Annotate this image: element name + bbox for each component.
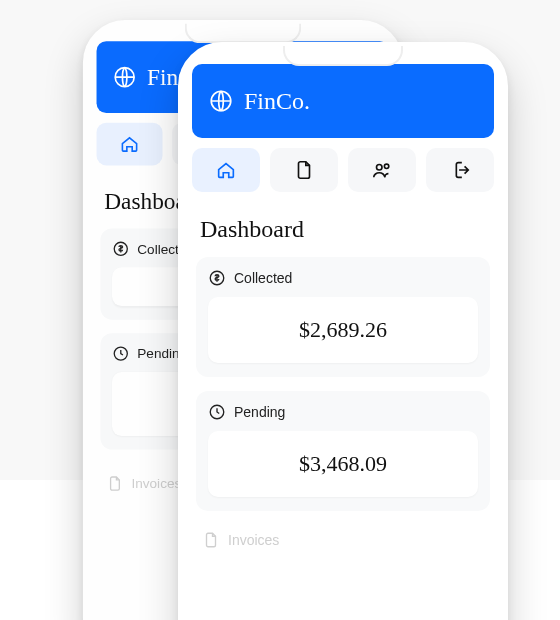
dollar-icon [208, 269, 226, 287]
svg-point-7 [384, 164, 388, 168]
phone-front: FinCo. Dashboard [178, 42, 508, 620]
phone-notch [185, 22, 301, 43]
svg-point-6 [377, 165, 383, 171]
globe-icon [208, 88, 234, 114]
phone-notch [283, 44, 403, 66]
nav-home[interactable] [97, 123, 163, 166]
invoices-row[interactable]: Invoices [196, 525, 490, 555]
home-icon [119, 133, 140, 154]
card-collected-label: Collected [234, 270, 292, 286]
invoices-label: Invoices [228, 532, 279, 548]
card-pending-label: Pending [234, 404, 285, 420]
nav-home[interactable] [192, 148, 260, 192]
clock-icon [208, 403, 226, 421]
navbar [182, 138, 504, 198]
card-pending-amount: $3,468.09 [208, 431, 478, 497]
card-collected-amount: $2,689.26 [208, 297, 478, 363]
clock-icon [112, 345, 129, 362]
brand-name: FinCo. [244, 88, 310, 115]
card-collected: Collected $2,689.26 [196, 257, 490, 377]
dollar-icon [112, 240, 129, 257]
people-icon [371, 159, 393, 181]
nav-people[interactable] [348, 148, 416, 192]
screen-front: FinCo. Dashboard [182, 46, 504, 620]
card-pending: Pending $3,468.09 [196, 391, 490, 511]
content: Dashboard Collected $2,689.26 Pending $3… [182, 198, 504, 555]
logout-icon [449, 159, 471, 181]
page-title: Dashboard [200, 216, 486, 243]
home-icon [215, 159, 237, 181]
invoices-icon [106, 475, 123, 492]
document-icon [293, 159, 315, 181]
nav-docs[interactable] [270, 148, 338, 192]
app-header: FinCo. [192, 64, 494, 138]
globe-icon [112, 65, 137, 90]
invoices-icon [202, 531, 220, 549]
nav-logout[interactable] [426, 148, 494, 192]
invoices-label: Invoices [131, 476, 181, 492]
